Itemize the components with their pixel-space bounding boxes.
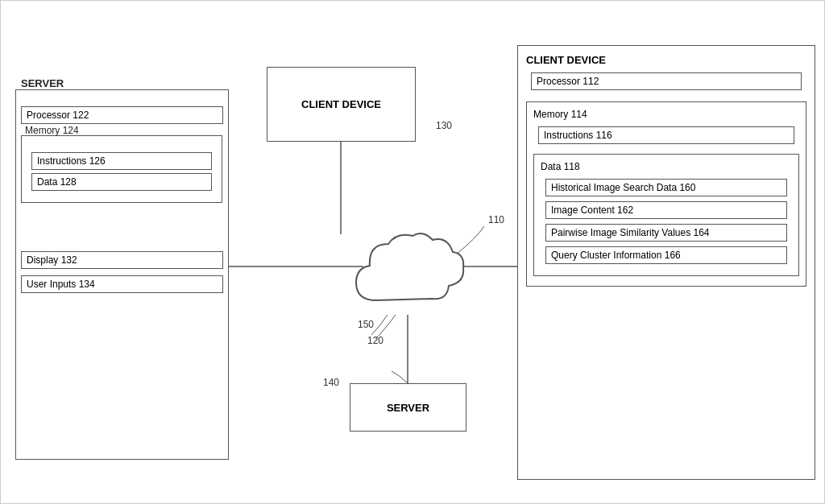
pairwise-image-label: Pairwise Image Similarity Values 164 xyxy=(551,227,710,238)
server-bottom-label: SERVER xyxy=(387,402,429,414)
client-device-right-label: CLIENT DEVICE xyxy=(526,54,806,66)
instructions-116-label: Instructions 116 xyxy=(544,130,612,141)
ref-130: 130 xyxy=(436,120,452,131)
pairwise-image-box: Pairwise Image Similarity Values 164 xyxy=(545,224,787,242)
user-inputs-134-box: User Inputs 134 xyxy=(21,275,223,293)
data-118-box: Data 118 Historical Image Search Data 16… xyxy=(533,154,799,276)
client-device-top-label: CLIENT DEVICE xyxy=(301,98,381,110)
memory-114-box: Memory 114 Instructions 116 Data 118 His… xyxy=(526,101,806,287)
memory-124-label: Memory 124 xyxy=(25,125,79,136)
instructions-116-box: Instructions 116 xyxy=(538,126,794,144)
data-128-box: Data 128 xyxy=(31,173,212,191)
user-inputs-134-label: User Inputs 134 xyxy=(27,279,95,290)
instructions-126-box: Instructions 126 xyxy=(31,152,212,170)
data-118-label: Data 118 xyxy=(541,161,792,172)
processor-112-label: Processor 112 xyxy=(537,76,599,87)
processor-112-box: Processor 112 xyxy=(531,72,802,90)
image-content-label: Image Content 162 xyxy=(551,204,633,216)
instructions-126-label: Instructions 126 xyxy=(37,155,106,167)
processor-122-box: Processor 122 xyxy=(21,106,223,124)
ref-110: 110 xyxy=(488,214,504,225)
data-128-label: Data 128 xyxy=(37,176,77,188)
client-device-top-box: CLIENT DEVICE xyxy=(267,67,416,142)
server-left-label: SERVER xyxy=(21,77,64,89)
display-132-label: Display 132 xyxy=(27,254,77,266)
processor-122-label: Processor 122 xyxy=(27,109,89,121)
server-bottom-box: SERVER xyxy=(350,383,466,432)
image-content-box: Image Content 162 xyxy=(545,201,787,219)
memory-114-label: Memory 114 xyxy=(533,109,799,120)
memory-124-box: Memory 124 Instructions 126 Data 128 xyxy=(21,135,222,203)
server-left-box: SERVER Processor 122 Memory 124 Instruct… xyxy=(15,89,229,460)
ref-140: 140 xyxy=(323,377,339,388)
query-cluster-label: Query Cluster Information 166 xyxy=(551,250,681,261)
client-device-right-box: CLIENT DEVICE Processor 112 Memory 114 I… xyxy=(517,45,815,480)
hist-image-search-box: Historical Image Search Data 160 xyxy=(545,179,787,196)
query-cluster-box: Query Cluster Information 166 xyxy=(545,246,787,264)
diagram-container: 130 110 120 150 140 SERVER Processor 122… xyxy=(0,0,825,504)
hist-image-search-label: Historical Image Search Data 160 xyxy=(551,182,695,193)
display-132-box: Display 132 xyxy=(21,251,223,269)
ref-120: 120 xyxy=(367,335,383,346)
network-cloud xyxy=(352,228,465,324)
